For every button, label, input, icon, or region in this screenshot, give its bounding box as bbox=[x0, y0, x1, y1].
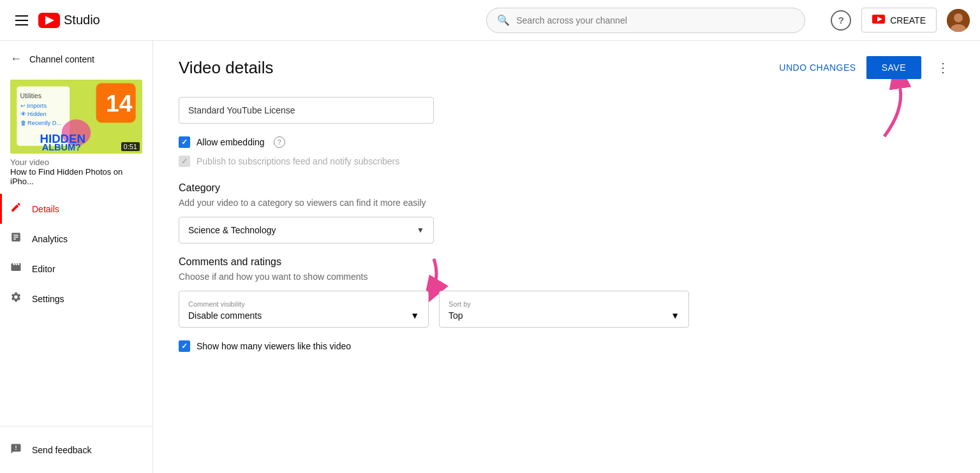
comments-row: Comment visibility Disable comments ▼ So… bbox=[179, 291, 689, 328]
youtube-icon bbox=[38, 13, 60, 28]
top-nav: Studio 🔍 ? CREATE bbox=[0, 0, 980, 41]
video-thumbnail: Utilities ↩ Imports 👁 Hidden 🗑 Recently … bbox=[10, 80, 142, 154]
svg-text:↩ Imports: ↩ Imports bbox=[20, 103, 47, 109]
sort-by-arrow: ▼ bbox=[671, 310, 679, 321]
category-select[interactable]: Science & Technology ▼ bbox=[179, 217, 434, 244]
comment-visibility-value: Disable comments ▼ bbox=[188, 310, 419, 321]
category-section: Category Add your video to a category so… bbox=[179, 182, 954, 244]
details-icon bbox=[10, 201, 22, 216]
svg-text:ALBUM?: ALBUM? bbox=[42, 142, 81, 152]
main-content: Video details UNDO CHANGES SAVE ⋮ Standa… bbox=[153, 41, 980, 473]
category-desc: Add your video to a category so viewers … bbox=[179, 198, 954, 208]
publish-feed-row: ✓ Publish to subscriptions feed and noti… bbox=[179, 156, 954, 167]
nav-logo[interactable]: Studio bbox=[38, 13, 100, 28]
comment-visibility-arrow: ▼ bbox=[410, 310, 419, 321]
save-arrow-annotation bbox=[833, 79, 916, 145]
sidebar: ← Channel content Utilities ↩ Imports 👁 … bbox=[0, 41, 153, 473]
comments-title: Comments and ratings bbox=[179, 256, 954, 268]
back-label: Channel content bbox=[29, 54, 94, 64]
page-header: Video details UNDO CHANGES SAVE ⋮ bbox=[179, 56, 954, 79]
sidebar-bottom: Send feedback bbox=[0, 426, 152, 473]
show-likes-label: Show how many viewers like this video bbox=[197, 341, 351, 351]
show-likes-check: ✓ bbox=[181, 342, 188, 351]
back-arrow-icon: ← bbox=[10, 52, 22, 66]
editor-label: Editor bbox=[32, 264, 56, 274]
comments-section: Comments and ratings Choose if and how y… bbox=[179, 256, 954, 352]
settings-icon bbox=[10, 291, 22, 306]
search-icon: 🔍 bbox=[497, 14, 510, 26]
sidebar-item-details[interactable]: Details bbox=[0, 194, 152, 224]
check-mark-disabled: ✓ bbox=[181, 157, 188, 166]
sidebar-item-analytics[interactable]: Analytics bbox=[0, 224, 152, 254]
sidebar-item-settings[interactable]: Settings bbox=[0, 284, 152, 314]
more-options-button[interactable]: ⋮ bbox=[932, 57, 954, 78]
svg-text:👁 Hidden: 👁 Hidden bbox=[20, 111, 47, 117]
comments-desc: Choose if and how you want to show comme… bbox=[179, 272, 954, 282]
analytics-label: Analytics bbox=[32, 234, 68, 244]
sort-by-value: Top ▼ bbox=[449, 310, 679, 321]
video-duration: 0:51 bbox=[121, 142, 140, 151]
yt-play-icon bbox=[45, 16, 54, 25]
license-field[interactable]: Standard YouTube License bbox=[179, 97, 434, 124]
create-button[interactable]: CREATE bbox=[861, 8, 937, 33]
svg-point-3 bbox=[954, 13, 963, 22]
comment-visibility-label: Comment visibility bbox=[188, 300, 419, 308]
category-title: Category bbox=[179, 182, 954, 194]
settings-label: Settings bbox=[32, 294, 64, 304]
user-avatar[interactable] bbox=[947, 9, 970, 32]
allow-embedding-row: ✓ Allow embedding ? bbox=[179, 136, 954, 148]
hamburger-menu[interactable] bbox=[10, 10, 33, 31]
page-title: Video details bbox=[179, 58, 273, 78]
send-feedback-label: Send feedback bbox=[32, 445, 91, 455]
sidebar-navigation: Details Analytics Editor S bbox=[0, 194, 152, 426]
allow-embedding-checkbox[interactable]: ✓ bbox=[179, 136, 190, 148]
send-feedback-item[interactable]: Send feedback bbox=[10, 437, 142, 463]
publish-feed-label: Publish to subscriptions feed and notify… bbox=[197, 156, 399, 166]
video-preview: Utilities ↩ Imports 👁 Hidden 🗑 Recently … bbox=[0, 72, 152, 194]
category-value: Science & Technology bbox=[188, 225, 276, 235]
show-likes-checkbox[interactable]: ✓ bbox=[179, 340, 190, 352]
svg-text:14: 14 bbox=[106, 90, 133, 117]
allow-embedding-label: Allow embedding bbox=[197, 137, 265, 147]
undo-changes-button[interactable]: UNDO CHANGES bbox=[779, 62, 856, 73]
search-bar: 🔍 bbox=[486, 8, 805, 33]
svg-text:Utilities: Utilities bbox=[20, 92, 41, 99]
nav-actions: ? CREATE bbox=[831, 8, 970, 33]
studio-label: Studio bbox=[64, 13, 100, 27]
page-layout: ← Channel content Utilities ↩ Imports 👁 … bbox=[0, 41, 980, 473]
sort-by-select[interactable]: Sort by Top ▼ bbox=[439, 291, 689, 328]
header-actions: UNDO CHANGES SAVE ⋮ bbox=[779, 56, 954, 79]
check-mark: ✓ bbox=[181, 138, 188, 147]
save-button[interactable]: SAVE bbox=[866, 56, 921, 79]
details-label: Details bbox=[32, 204, 59, 214]
allow-embedding-help-icon[interactable]: ? bbox=[274, 136, 285, 148]
sort-by-label: Sort by bbox=[449, 300, 679, 308]
video-title: How to Find Hidden Photos on iPho... bbox=[10, 167, 142, 186]
search-input[interactable] bbox=[516, 15, 794, 25]
video-label: Your video bbox=[10, 157, 142, 167]
show-likes-row: ✓ Show how many viewers like this video bbox=[179, 340, 954, 352]
editor-icon bbox=[10, 261, 22, 276]
help-button[interactable]: ? bbox=[831, 10, 851, 31]
category-dropdown-arrow: ▼ bbox=[417, 226, 424, 235]
sidebar-item-editor[interactable]: Editor bbox=[0, 254, 152, 284]
thumb-image: Utilities ↩ Imports 👁 Hidden 🗑 Recently … bbox=[10, 80, 142, 154]
create-label: CREATE bbox=[890, 15, 926, 25]
feedback-icon bbox=[10, 443, 22, 456]
comment-visibility-select[interactable]: Comment visibility Disable comments ▼ bbox=[179, 291, 429, 328]
svg-text:🗑 Recently D...: 🗑 Recently D... bbox=[20, 120, 62, 126]
back-navigation[interactable]: ← Channel content bbox=[0, 46, 152, 72]
analytics-icon bbox=[10, 231, 22, 246]
publish-feed-checkbox[interactable]: ✓ bbox=[179, 156, 190, 167]
create-icon bbox=[872, 13, 885, 27]
license-value: Standard YouTube License bbox=[188, 105, 295, 115]
